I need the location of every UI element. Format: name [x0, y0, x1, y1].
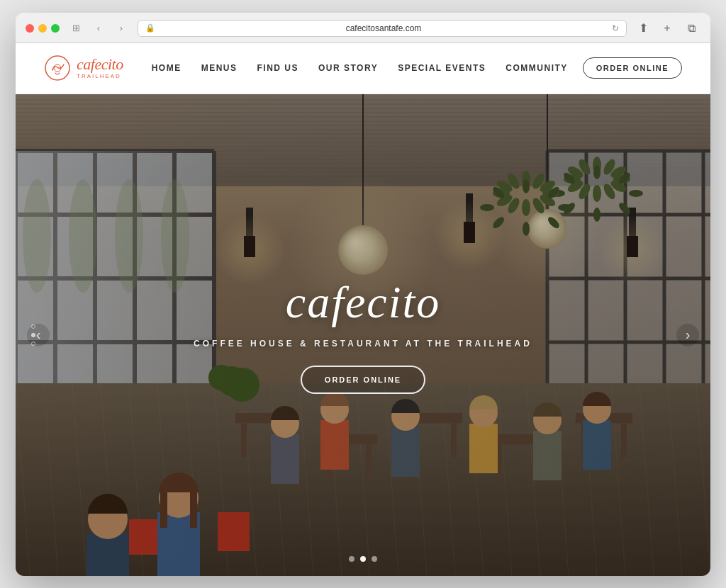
- hero-order-online-button[interactable]: ORDER ONLINE: [301, 366, 425, 394]
- hero-title: cafecito: [286, 276, 441, 329]
- browser-window: ⊞ ‹ › 🔒 cafecitosantafe.com ↻ ⬆ + ⧉: [16, 13, 710, 576]
- nav-special-events[interactable]: SPECIAL EVENTS: [398, 63, 486, 73]
- hero-subtitle: COFFEE HOUSE & RESTAURANT AT THE TRAILHE…: [194, 339, 532, 349]
- back-button[interactable]: ‹: [89, 21, 108, 35]
- duplicate-button[interactable]: ⧉: [682, 21, 700, 35]
- new-tab-button[interactable]: +: [658, 21, 676, 35]
- website-content: cafecito TRAILHEAD HOME MENUS FIND US OU…: [16, 43, 710, 576]
- close-button[interactable]: [26, 24, 34, 33]
- nav-community[interactable]: COMMUNITY: [506, 63, 568, 73]
- reload-button[interactable]: ↻: [612, 23, 619, 33]
- logo-icon: [44, 55, 71, 81]
- browser-chrome: ⊞ ‹ › 🔒 cafecitosantafe.com ↻ ⬆ + ⧉: [16, 13, 710, 43]
- carousel-dot-1[interactable]: [349, 556, 354, 562]
- site-nav: cafecito TRAILHEAD HOME MENUS FIND US OU…: [16, 43, 710, 94]
- carousel-next-button[interactable]: ›: [676, 324, 699, 346]
- share-button[interactable]: ⬆: [634, 21, 652, 35]
- maximize-button[interactable]: [51, 24, 60, 33]
- nav-menus[interactable]: MENUS: [201, 63, 238, 73]
- browser-actions: ⬆ + ⧉: [634, 21, 700, 35]
- carousel-dot-3[interactable]: [372, 556, 377, 562]
- browser-controls: ⊞ ‹ ›: [67, 21, 130, 35]
- carousel-dots: [349, 556, 377, 562]
- logo-tagline: TRAILHEAD: [77, 74, 123, 79]
- logo-area[interactable]: cafecito TRAILHEAD: [44, 55, 123, 81]
- logo-name: cafecito: [77, 57, 123, 72]
- nav-our-story[interactable]: OUR STORY: [318, 63, 378, 73]
- nav-links: HOME MENUS FIND US OUR STORY SPECIAL EVE…: [152, 63, 583, 73]
- hero-content: cafecito COFFEE HOUSE & RESTAURANT AT TH…: [16, 94, 710, 576]
- url-text: cafecitosantafe.com: [160, 23, 608, 33]
- nav-home[interactable]: HOME: [152, 63, 182, 73]
- address-bar[interactable]: 🔒 cafecitosantafe.com ↻: [138, 20, 627, 37]
- nav-order-online-button[interactable]: ORDER ONLINE: [583, 57, 682, 79]
- nav-find-us[interactable]: FIND US: [257, 63, 298, 73]
- hero-section: ‹ cafecito COFFEE HOUSE & RESTAURANT AT …: [16, 94, 710, 576]
- window-icon[interactable]: ⊞: [67, 21, 85, 35]
- svg-point-0: [45, 56, 69, 80]
- lock-icon: 🔒: [145, 23, 155, 33]
- logo-text: cafecito TRAILHEAD: [77, 57, 123, 79]
- traffic-lights: [26, 24, 60, 33]
- forward-button[interactable]: ›: [112, 21, 130, 35]
- carousel-dot-2[interactable]: [360, 556, 366, 562]
- minimize-button[interactable]: [38, 24, 47, 33]
